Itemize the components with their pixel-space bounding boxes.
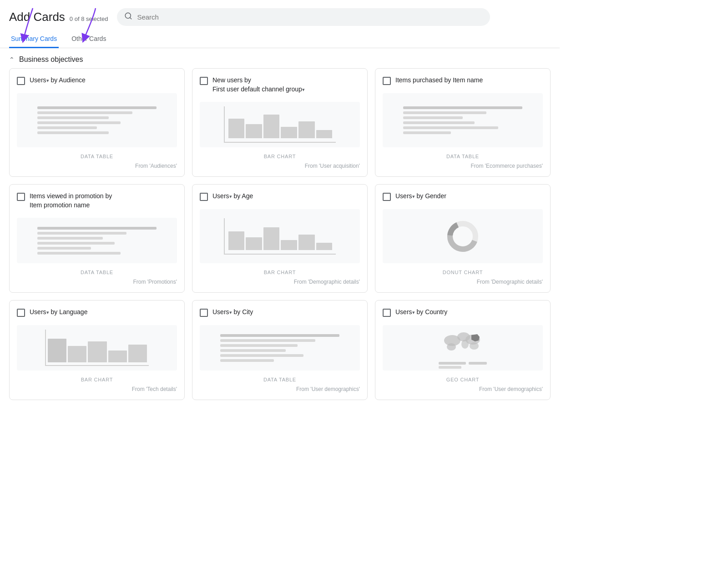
card-new-users-by-channel[interactable]: New users by First user default channel … <box>192 68 368 177</box>
card-checkbox-users-audience[interactable] <box>17 77 25 85</box>
page-title: Add Cards <box>9 10 65 24</box>
card-header: Users▾ by Age <box>200 192 360 201</box>
section-header-business-objectives[interactable]: ⌃ Business objectives <box>0 48 560 68</box>
search-input[interactable] <box>137 13 483 21</box>
card-visual-data-table <box>17 218 177 263</box>
chart-type-label: BAR CHART <box>200 270 360 275</box>
donut-chart-icon <box>447 220 479 252</box>
card-title: Users▾ by Language <box>30 308 87 317</box>
data-table-icon <box>33 222 161 259</box>
card-title: New users by First user default channel … <box>212 76 305 94</box>
card-title: Users▾ by Age <box>212 192 253 201</box>
chevron-up-icon: ⌃ <box>9 56 15 63</box>
card-title: Items purchased by Item name <box>395 76 483 85</box>
card-header: Users▾ by Country <box>383 308 543 317</box>
data-table-icon <box>216 330 344 366</box>
card-source: From 'User demographics' <box>383 386 543 392</box>
card-users-by-gender[interactable]: Users▾ by Gender DONUT CHART From 'Demog… <box>375 184 551 293</box>
chart-type-label: DATA TABLE <box>17 154 177 159</box>
card-source: From 'Promotions' <box>17 279 177 285</box>
card-items-purchased-by-item-name[interactable]: Items purchased by Item name DATA TABLE … <box>375 68 551 177</box>
data-table-icon <box>399 102 527 139</box>
tab-summary-cards[interactable]: Summary Cards <box>9 30 59 48</box>
card-visual-bar-chart <box>200 209 360 263</box>
bar-chart-icon <box>45 330 149 366</box>
card-header: Items purchased by Item name <box>383 76 543 85</box>
card-visual-bar-chart <box>200 102 360 147</box>
card-visual-geo <box>383 325 543 371</box>
card-checkbox-new-users-channel[interactable] <box>200 77 208 85</box>
svg-point-10 <box>470 342 479 350</box>
card-visual-donut <box>383 209 543 263</box>
card-source: From 'User acquisition' <box>200 163 360 169</box>
card-users-by-age[interactable]: Users▾ by Age BAR CHART From 'Demographi… <box>192 184 368 293</box>
card-title: Items viewed in promotion by Item promot… <box>30 192 112 210</box>
card-checkbox-users-gender[interactable] <box>383 193 391 201</box>
card-checkbox-users-language[interactable] <box>17 309 25 317</box>
card-users-by-country[interactable]: Users▾ by Country <box>375 300 551 400</box>
bar-chart-icon <box>224 218 336 255</box>
chart-type-label: DATA TABLE <box>17 270 177 275</box>
chart-type-label: DONUT CHART <box>383 270 543 275</box>
card-header: Users▾ by Gender <box>383 192 543 201</box>
card-visual-data-table <box>200 325 360 371</box>
card-checkbox-users-city[interactable] <box>200 309 208 317</box>
card-title: Users▾ by Audience <box>30 76 86 85</box>
data-table-icon <box>33 102 161 139</box>
selected-count: 0 of 8 selected <box>70 15 108 22</box>
card-users-by-audience[interactable]: Users▾ by Audience DATA TABLE From 'Audi… <box>9 68 185 177</box>
card-checkbox-users-country[interactable] <box>383 309 391 317</box>
card-items-viewed-in-promotion[interactable]: Items viewed in promotion by Item promot… <box>9 184 185 293</box>
card-title: Users▾ by City <box>212 308 253 317</box>
card-header: Users▾ by Audience <box>17 76 177 85</box>
geo-chart-icon <box>439 327 487 369</box>
tab-other-cards[interactable]: Other Cards <box>70 30 108 48</box>
tabs-bar: Summary Cards Other Cards <box>0 30 560 48</box>
card-visual-bar-chart-h <box>17 325 177 371</box>
card-source: From 'Audiences' <box>17 163 177 169</box>
svg-line-1 <box>130 17 131 19</box>
chart-type-label: GEO CHART <box>383 377 543 382</box>
card-source: From 'Demographic details' <box>383 279 543 285</box>
card-header: Users▾ by City <box>200 308 360 317</box>
cards-grid: Users▾ by Audience DATA TABLE From 'Audi… <box>0 68 560 409</box>
card-visual-data-table <box>17 93 177 147</box>
card-users-by-city[interactable]: Users▾ by City DATA TABLE From 'User dem… <box>192 300 368 400</box>
card-header: New users by First user default channel … <box>200 76 360 94</box>
search-icon <box>124 12 132 22</box>
card-source: From 'Demographic details' <box>200 279 360 285</box>
card-source: From 'User demographics' <box>200 386 360 392</box>
chart-type-label: DATA TABLE <box>383 154 543 159</box>
card-checkbox-items-purchased[interactable] <box>383 77 391 85</box>
chart-type-label: BAR CHART <box>200 154 360 159</box>
card-title: Users▾ by Country <box>395 308 447 317</box>
card-header: Users▾ by Language <box>17 308 177 317</box>
section-title: Business objectives <box>19 55 83 64</box>
card-source: From 'Ecommerce purchases' <box>383 163 543 169</box>
card-header: Items viewed in promotion by Item promot… <box>17 192 177 210</box>
chart-type-label: DATA TABLE <box>200 377 360 382</box>
chart-type-label: BAR CHART <box>17 377 177 382</box>
search-bar[interactable] <box>117 8 490 26</box>
card-title: Users▾ by Gender <box>395 192 446 201</box>
card-users-by-language[interactable]: Users▾ by Language BAR CHART From 'Tech … <box>9 300 185 400</box>
card-checkbox-items-viewed-promotion[interactable] <box>17 193 25 201</box>
bar-chart-icon <box>224 106 336 143</box>
card-source: From 'Tech details' <box>17 386 177 392</box>
card-checkbox-users-age[interactable] <box>200 193 208 201</box>
title-area: Add Cards 0 of 8 selected <box>9 10 108 24</box>
svg-point-6 <box>447 343 456 351</box>
card-visual-data-table <box>383 93 543 147</box>
page-header: Add Cards 0 of 8 selected <box>0 0 560 26</box>
